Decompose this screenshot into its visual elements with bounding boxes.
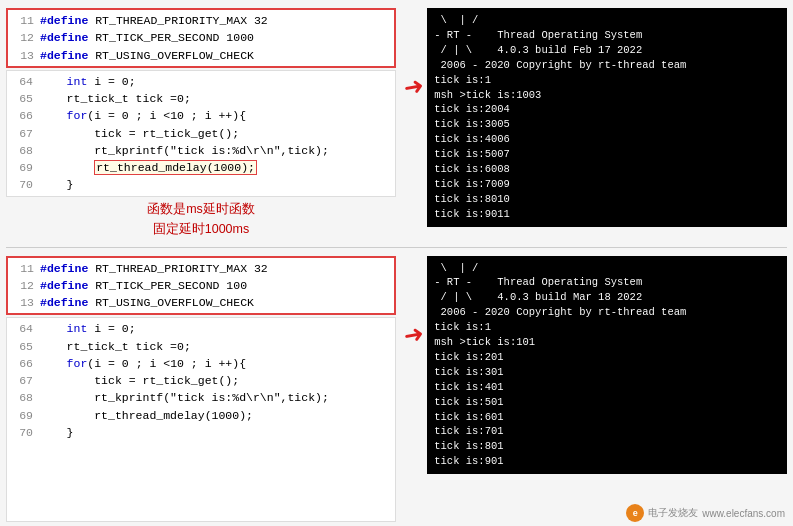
section2-left: 11#define RT_THREAD_PRIORITY_MAX 32 12#d…: [6, 256, 396, 523]
section1-arrow-icon: ➜: [401, 67, 427, 110]
section1-terminal: \ | / - RT - Thread Operating System / |…: [427, 8, 787, 227]
watermark-url: www.elecfans.com: [702, 508, 785, 519]
main-container: 11#define RT_THREAD_PRIORITY_MAX 32 12#d…: [0, 0, 793, 526]
code-line: 13#define RT_USING_OVERFLOW_CHECK: [12, 47, 390, 64]
section1-annotation: 函数是ms延时函数 固定延时1000ms: [6, 199, 396, 239]
section1-define-box: 11#define RT_THREAD_PRIORITY_MAX 32 12#d…: [6, 8, 396, 68]
code-line: 12#define RT_TICK_PER_SECOND 1000: [12, 29, 390, 46]
code-line: 11#define RT_THREAD_PRIORITY_MAX 32: [12, 12, 390, 29]
section2-define-box: 11#define RT_THREAD_PRIORITY_MAX 32 12#d…: [6, 256, 396, 316]
watermark: e 电子发烧友 www.elecfans.com: [626, 504, 785, 522]
section-divider: [6, 247, 787, 248]
section2-arrow-container: ➜: [404, 256, 423, 356]
section1-code-box: 64 int i = 0; 65 rt_tick_t tick =0; 66 f…: [6, 70, 396, 197]
section1-left: 11#define RT_THREAD_PRIORITY_MAX 32 12#d…: [6, 8, 396, 241]
watermark-text: 电子发烧友: [648, 506, 698, 520]
section2-arrow-icon: ➜: [401, 314, 427, 357]
section1-annotation-row: 函数是ms延时函数 固定延时1000ms: [6, 197, 396, 241]
watermark-logo: e: [626, 504, 644, 522]
section1-arrow-container: ➜: [404, 8, 423, 108]
section2-right: ➜ \ | / - RT - Thread Operating System /…: [404, 256, 787, 523]
section2-terminal: \ | / - RT - Thread Operating System / |…: [427, 256, 787, 475]
section1-right: ➜ \ | / - RT - Thread Operating System /…: [404, 8, 787, 241]
section2-code-box: 64 int i = 0; 65 rt_tick_t tick =0; 66 f…: [6, 317, 396, 522]
